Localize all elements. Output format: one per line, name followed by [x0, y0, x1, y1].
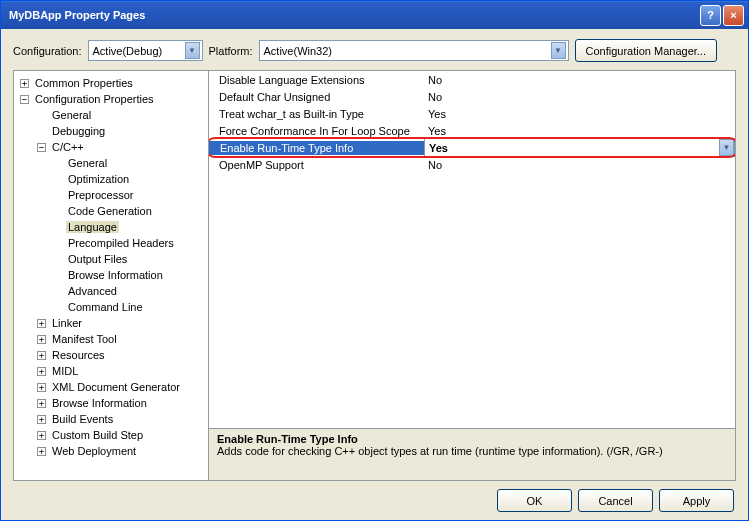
tree-item-ccpp-general[interactable]: General: [16, 155, 206, 171]
tree-item-browse-information-2[interactable]: +Browse Information: [16, 395, 206, 411]
main-panel: +Common Properties −Configuration Proper…: [13, 70, 736, 481]
tree-item-linker[interactable]: +Linker: [16, 315, 206, 331]
tree-item-resources[interactable]: +Resources: [16, 347, 206, 363]
tree-item-preprocessor[interactable]: Preprocessor: [16, 187, 206, 203]
plus-icon[interactable]: +: [37, 351, 46, 360]
tree-item-command-line[interactable]: Command Line: [16, 299, 206, 315]
nav-tree[interactable]: +Common Properties −Configuration Proper…: [14, 71, 209, 480]
tree-item-general[interactable]: General: [16, 107, 206, 123]
tree-item-build-events[interactable]: +Build Events: [16, 411, 206, 427]
plus-icon[interactable]: +: [37, 319, 46, 328]
platform-value: Active(Win32): [264, 45, 551, 57]
tree-item-precompiled-headers[interactable]: Precompiled Headers: [16, 235, 206, 251]
description-box: Enable Run-Time Type Info Adds code for …: [209, 428, 735, 480]
tree-item-custom-build-step[interactable]: +Custom Build Step: [16, 427, 206, 443]
prop-default-char-unsigned[interactable]: Default Char Unsigned No: [209, 88, 735, 105]
property-panel: Disable Language Extensions No Default C…: [209, 71, 735, 480]
dialog-buttons: OK Cancel Apply: [13, 481, 736, 512]
configuration-label: Configuration:: [13, 45, 82, 57]
configuration-manager-button[interactable]: Configuration Manager...: [575, 39, 717, 62]
help-icon: ?: [707, 9, 714, 21]
description-title: Enable Run-Time Type Info: [217, 433, 727, 445]
tree-item-midl[interactable]: +MIDL: [16, 363, 206, 379]
tree-item-configuration-properties[interactable]: −Configuration Properties: [16, 91, 206, 107]
help-button[interactable]: ?: [700, 5, 721, 26]
plus-icon[interactable]: +: [37, 447, 46, 456]
ok-button[interactable]: OK: [497, 489, 572, 512]
plus-icon[interactable]: +: [37, 335, 46, 344]
tree-item-common-properties[interactable]: +Common Properties: [16, 75, 206, 91]
tree-item-optimization[interactable]: Optimization: [16, 171, 206, 187]
property-pages-dialog: MyDBApp Property Pages ? × Configuration…: [0, 0, 749, 521]
cancel-button[interactable]: Cancel: [578, 489, 653, 512]
plus-icon[interactable]: +: [37, 367, 46, 376]
plus-icon[interactable]: +: [37, 383, 46, 392]
configuration-combo[interactable]: Active(Debug) ▼: [88, 40, 203, 61]
plus-icon[interactable]: +: [37, 399, 46, 408]
rtti-value-combo[interactable]: Yes ▼: [424, 138, 735, 157]
configuration-value: Active(Debug): [93, 45, 185, 57]
close-button[interactable]: ×: [723, 5, 744, 26]
prop-disable-language-extensions[interactable]: Disable Language Extensions No: [209, 71, 735, 88]
plus-icon[interactable]: +: [20, 79, 29, 88]
tree-item-manifest-tool[interactable]: +Manifest Tool: [16, 331, 206, 347]
chevron-down-icon: ▼: [185, 42, 200, 59]
platform-label: Platform:: [209, 45, 253, 57]
close-icon: ×: [730, 9, 736, 21]
plus-icon[interactable]: +: [37, 431, 46, 440]
dialog-content: Configuration: Active(Debug) ▼ Platform:…: [1, 29, 748, 520]
minus-icon[interactable]: −: [37, 143, 46, 152]
platform-combo[interactable]: Active(Win32) ▼: [259, 40, 569, 61]
tree-item-language[interactable]: Language: [16, 219, 206, 235]
tree-item-debugging[interactable]: Debugging: [16, 123, 206, 139]
plus-icon[interactable]: +: [37, 415, 46, 424]
tree-item-xml-document-generator[interactable]: +XML Document Generator: [16, 379, 206, 395]
tree-item-browse-information[interactable]: Browse Information: [16, 267, 206, 283]
titlebar[interactable]: MyDBApp Property Pages ? ×: [1, 1, 748, 29]
minus-icon[interactable]: −: [20, 95, 29, 104]
chevron-down-icon: ▼: [719, 139, 734, 156]
prop-treat-wchar-builtin[interactable]: Treat wchar_t as Built-in Type Yes: [209, 105, 735, 122]
prop-openmp-support[interactable]: OpenMP Support No: [209, 156, 735, 173]
apply-button[interactable]: Apply: [659, 489, 734, 512]
tree-item-code-generation[interactable]: Code Generation: [16, 203, 206, 219]
tree-item-output-files[interactable]: Output Files: [16, 251, 206, 267]
description-text: Adds code for checking C++ object types …: [217, 445, 727, 457]
window-title: MyDBApp Property Pages: [5, 9, 698, 21]
tree-item-advanced[interactable]: Advanced: [16, 283, 206, 299]
property-list: Disable Language Extensions No Default C…: [209, 71, 735, 428]
config-row: Configuration: Active(Debug) ▼ Platform:…: [13, 39, 736, 62]
tree-item-ccpp[interactable]: −C/C++: [16, 139, 206, 155]
tree-item-web-deployment[interactable]: +Web Deployment: [16, 443, 206, 459]
chevron-down-icon: ▼: [551, 42, 566, 59]
prop-force-conformance-for-loop[interactable]: Force Conformance In For Loop Scope Yes: [209, 122, 735, 139]
prop-enable-rtti[interactable]: Enable Run-Time Type Info Yes ▼: [209, 139, 735, 156]
